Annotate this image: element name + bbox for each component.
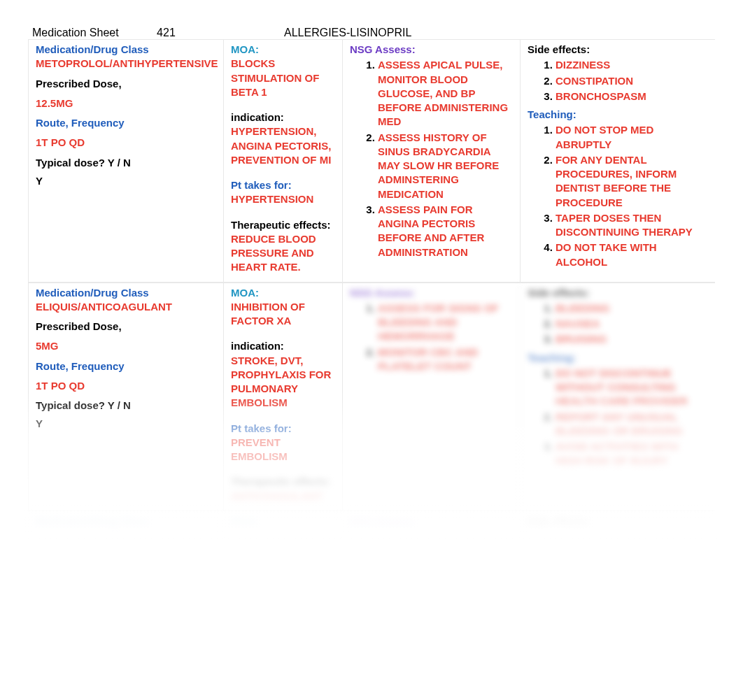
side-item: NAUSEA [556,317,600,329]
label-moa: MOA: [231,515,335,529]
label-indication: indication: [231,339,335,353]
typical-value: Y [36,174,216,188]
pttakes-value: PREVENT EMBOLISM [231,436,335,464]
page-header: Medication Sheet 421 ALLERGIES-LISINOPRI… [0,0,743,39]
nsg-list: ASSESS APICAL PULSE, MONITOR BLOOD GLUCO… [350,58,513,259]
teach-item: TAPER DOSES THEN DISCONTINUING THERAPY [556,212,693,238]
medication-grid: Medication/Drug Class METOPROLOL/ANTIHYP… [28,39,715,541]
label-nsg: NSG Assess: [350,43,513,57]
drug-name: METOPROLOL/ANTIHYPERTENSIVE [36,57,216,71]
side-item: BLEEDING [556,302,610,314]
label-prescribed: Prescribed Dose, [36,320,216,334]
side-item: BRONCHOSPASM [556,90,646,102]
label-side: Side effects: [528,286,701,300]
label-side: Side effects: [528,515,701,529]
label-side: Side effects: [528,43,701,57]
side-item: DIZZINESS [556,59,610,71]
therapeutic-value: REDUCE BLOOD PRESSURE AND HEART RATE. [231,232,335,275]
teach-item: REPORT ANY UNUSUAL BLEEDING OR BRUISING [556,411,683,437]
teaching-list: DO NOT STOP MED ABRUPTLY FOR ANY DENTAL … [528,123,701,269]
side-list: DIZZINESS CONSTIPATION BRONCHOSPASM [528,58,701,103]
nsg-item: ASSESS HISTORY OF SINUS BRADYCARDIA MAY … [378,131,499,200]
label-therapeutic: Therapeutic effects: [231,475,335,489]
teach-item: DO NOT TAKE WITH ALCOHOL [556,241,657,267]
moa-value: INHIBITION OF FACTOR XA [231,300,335,329]
label-teaching: Teaching: [528,108,701,122]
label-prescribed: Prescribed Dose, [36,77,216,91]
moa-value: BLOCKS STIMULATION OF BETA 1 [231,57,335,99]
doc-title: Medication Sheet [32,27,119,38]
label-therapeutic: Therapeutic effects: [231,218,335,232]
label-nsg: NSG Assess: [350,286,513,300]
typical-value: Y [36,417,216,431]
label-moa: MOA: [231,43,335,57]
label-teaching: Teaching: [528,351,701,365]
teach-item: FOR ANY DENTAL PROCEDURES, INFORM DENTIS… [556,154,677,208]
med-row: Medication/Drug Class METOPROLOL/ANTIHYP… [28,39,715,283]
indication-value: STROKE, DVT, PROPHYLAXIS FOR PULMONARY E… [231,354,335,410]
label-typical: Typical dose? Y / N [36,156,216,170]
dose-value: 12.5MG [36,97,216,110]
label-route: Route, Frequency [36,116,216,130]
side-item: BRUISING [556,333,607,345]
med-row: Medication/Drug Class MOA: NSG Assess: S… [28,511,715,541]
side-list: BLEEDING NAUSEA BRUISING [528,301,701,347]
label-indication: indication: [231,110,335,124]
nsg-item: ASSESS FOR SIGNS OF BLEEDING AND HEMORRH… [378,302,499,343]
indication-value: HYPERTENSION, ANGINA PECTORIS, PREVENTIO… [231,124,335,167]
label-typical: Typical dose? Y / N [36,399,216,413]
label-med-class: Medication/Drug Class [36,515,216,529]
side-item: CONSTIPATION [556,75,633,87]
label-med-class: Medication/Drug Class [36,286,216,300]
label-nsg: NSG Assess: [350,515,513,529]
doc-number: 421 [157,27,176,39]
label-pttakes: Pt takes for: [231,422,335,436]
route-value: 1T PO QD [36,379,216,393]
therapeutic-value: ANTICOAGULANT [231,490,335,503]
label-pttakes: Pt takes for: [231,178,335,192]
nsg-item: ASSESS APICAL PULSE, MONITOR BLOOD GLUCO… [378,59,508,127]
nsg-item: ASSESS PAIN FOR ANGINA PECTORIS BEFORE A… [378,203,484,258]
teach-item: AVOID ACTIVITIES WITH HIGH RISK OF INJUR… [556,441,678,466]
allergies-label: ALLERGIES-LISINOPRIL [284,27,411,39]
label-moa: MOA: [231,286,335,300]
route-value: 1T PO QD [36,136,216,150]
teach-item: DO NOT STOP MED ABRUPTLY [556,124,653,150]
pttakes-value: HYPERTENSION [231,192,335,206]
label-med-class: Medication/Drug Class [36,43,216,57]
dose-value: 5MG [36,339,216,353]
nsg-list: ASSESS FOR SIGNS OF BLEEDING AND HEMORRH… [350,301,513,373]
label-route: Route, Frequency [36,359,216,373]
teach-item: DO NOT DISCONTINUE WITHOUT CONSULTING HE… [556,367,688,408]
drug-name: ELIQUIS/ANTICOAGULANT [36,300,216,314]
med-row: Medication/Drug Class ELIQUIS/ANTICOAGUL… [28,283,715,511]
teaching-list: DO NOT DISCONTINUE WITHOUT CONSULTING HE… [528,366,701,469]
nsg-item: MONITOR CBC AND PLATELET COUNT [378,346,478,372]
